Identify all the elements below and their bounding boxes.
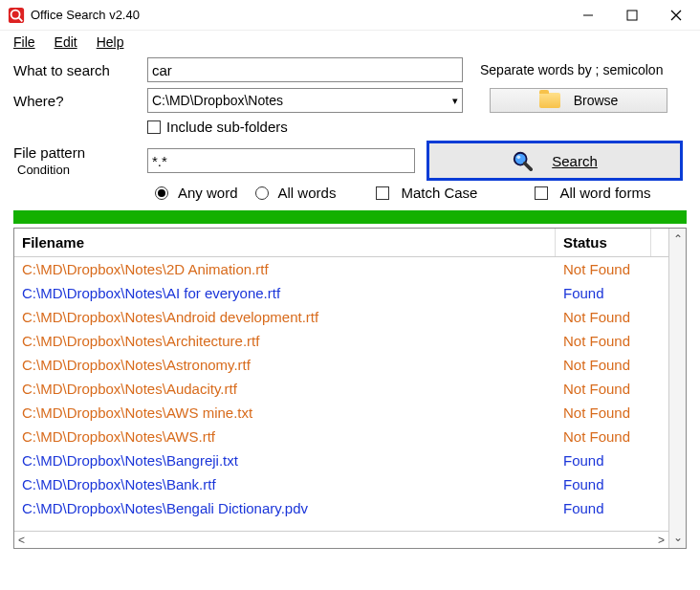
status-cell: Not Found [563, 261, 659, 277]
filename-cell: C:\MD\Dropbox\Notes\Audacity.rtf [22, 381, 563, 397]
table-row[interactable]: C:\MD\Dropbox\Notes\AI for everyone.rtfF… [14, 281, 668, 305]
browse-button[interactable]: Browse [490, 88, 667, 113]
status-cell: Not Found [563, 381, 659, 397]
filename-cell: C:\MD\Dropbox\Notes\AI for everyone.rtf [22, 285, 563, 301]
search-button[interactable]: Search [427, 141, 683, 181]
filename-cell: C:\MD\Dropbox\Notes\AWS.rtf [22, 428, 563, 445]
window-title: Office Search v2.40 [31, 8, 566, 22]
status-cell: Found [563, 452, 659, 469]
semicolon-hint: Separate words by ; semicolon [480, 62, 663, 77]
table-row[interactable]: C:\MD\Dropbox\Notes\Astronomy.rtfNot Fou… [14, 353, 668, 377]
all-words-radio[interactable] [255, 186, 269, 200]
title-bar: Office Search v2.40 [0, 0, 700, 31]
table-row[interactable]: C:\MD\Dropbox\Notes\Bank.rtfFound [14, 472, 668, 496]
file-pattern-input[interactable] [147, 148, 415, 173]
vertical-scrollbar[interactable]: ⌃ ⌄ [668, 229, 686, 548]
status-cell: Not Found [563, 357, 659, 373]
include-subfolders-checkbox[interactable] [147, 120, 161, 134]
table-row[interactable]: C:\MD\Dropbox\Notes\Bengali Dictionary.p… [14, 496, 668, 520]
table-row[interactable]: C:\MD\Dropbox\Notes\Bangreji.txtFound [14, 448, 668, 472]
include-subfolders-label: Include sub-folders [166, 119, 288, 135]
filename-cell: C:\MD\Dropbox\Notes\Bank.rtf [22, 476, 563, 492]
status-cell: Not Found [563, 309, 659, 325]
menu-file[interactable]: File [13, 34, 35, 50]
any-word-radio[interactable] [155, 186, 168, 200]
all-word-forms-checkbox[interactable] [535, 186, 548, 200]
status-cell: Not Found [563, 333, 659, 349]
scroll-down-icon[interactable]: ⌄ [673, 531, 683, 544]
close-button[interactable] [654, 1, 698, 30]
file-pattern-label: File pattern [13, 144, 147, 161]
condition-label: Condition [17, 163, 147, 177]
results-rows: C:\MD\Dropbox\Notes\2D Animation.rtfNot … [14, 257, 668, 531]
maximize-button[interactable] [610, 1, 654, 30]
chevron-down-icon: ▾ [452, 95, 458, 107]
status-cell: Found [563, 476, 659, 492]
table-row[interactable]: C:\MD\Dropbox\Notes\Architecture.rtfNot … [14, 329, 668, 353]
filename-column-header[interactable]: Filename [14, 229, 556, 256]
where-combobox[interactable]: C:\MD\Dropbox\Notes ▾ [147, 88, 463, 113]
filename-cell: C:\MD\Dropbox\Notes\Architecture.rtf [22, 333, 563, 349]
table-row[interactable]: C:\MD\Dropbox\Notes\2D Animation.rtfNot … [14, 257, 668, 281]
filename-cell: C:\MD\Dropbox\Notes\AWS mine.txt [22, 404, 563, 421]
where-value: C:\MD\Dropbox\Notes [152, 93, 283, 108]
scroll-right-icon[interactable]: > [658, 534, 665, 547]
minimize-button[interactable] [566, 1, 610, 30]
results-panel: Filename Status C:\MD\Dropbox\Notes\2D A… [13, 228, 687, 549]
status-cell: Not Found [563, 404, 659, 421]
folder-icon [539, 93, 560, 108]
horizontal-scrollbar[interactable]: < > [14, 531, 668, 548]
svg-line-9 [525, 164, 531, 169]
what-to-search-label: What to search [13, 62, 147, 78]
filename-cell: C:\MD\Dropbox\Notes\Bangreji.txt [22, 452, 563, 469]
table-row[interactable]: C:\MD\Dropbox\Notes\AWS mine.txtNot Foun… [14, 401, 668, 425]
menu-help[interactable]: Help [97, 34, 124, 50]
status-cell: Not Found [563, 428, 659, 445]
app-icon [8, 7, 25, 24]
results-header: Filename Status [14, 229, 668, 257]
menu-bar: File Edit Help [0, 31, 700, 57]
search-icon [512, 150, 533, 171]
filename-cell: C:\MD\Dropbox\Notes\Android development.… [22, 309, 563, 325]
where-label: Where? [13, 93, 147, 109]
status-cell: Found [563, 285, 659, 301]
svg-rect-4 [627, 11, 637, 20]
scroll-left-icon[interactable]: < [18, 534, 25, 547]
svg-point-8 [517, 156, 521, 160]
menu-edit[interactable]: Edit [55, 34, 77, 50]
table-row[interactable]: C:\MD\Dropbox\Notes\AWS.rtfNot Found [14, 425, 668, 448]
progress-bar [13, 210, 687, 224]
search-input[interactable] [147, 57, 463, 82]
filename-cell: C:\MD\Dropbox\Notes\2D Animation.rtf [22, 261, 563, 277]
status-cell: Found [563, 500, 659, 516]
status-column-header[interactable]: Status [556, 229, 651, 256]
table-row[interactable]: C:\MD\Dropbox\Notes\Android development.… [14, 305, 668, 329]
scroll-up-icon[interactable]: ⌃ [673, 232, 683, 246]
table-row[interactable]: C:\MD\Dropbox\Notes\Audacity.rtfNot Foun… [14, 377, 668, 401]
filename-cell: C:\MD\Dropbox\Notes\Bengali Dictionary.p… [22, 500, 563, 516]
match-case-checkbox[interactable] [376, 186, 389, 200]
filename-cell: C:\MD\Dropbox\Notes\Astronomy.rtf [22, 357, 563, 373]
